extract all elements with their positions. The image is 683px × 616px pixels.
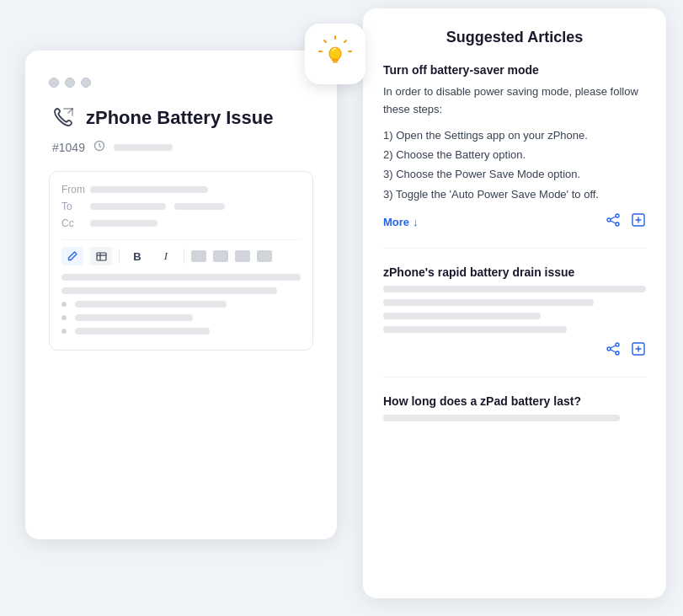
article-3-bar: [383, 415, 620, 421]
ticket-title-row: zPhone Battery Issue: [49, 104, 313, 131]
from-value-bar: [90, 186, 208, 193]
article-2: zPhone's rapid battery drain issue: [383, 265, 646, 378]
article-2-heading: zPhone's rapid battery drain issue: [383, 265, 646, 279]
cc-field: Cc: [61, 217, 301, 229]
toolbar-sq-4: [257, 250, 272, 262]
bullet-item-1: [61, 301, 301, 308]
bullet-item-3: [61, 328, 301, 335]
svg-line-10: [324, 40, 326, 42]
svg-rect-12: [332, 59, 339, 62]
article-2-actions: [606, 341, 646, 360]
email-compose[interactable]: From To Cc: [49, 171, 313, 351]
article-1: Turn off battery-saver mode In order to …: [383, 63, 646, 249]
article-2-footer: [383, 341, 646, 360]
article-1-steps: 1) Open the Settings app on your zPhone.…: [383, 126, 646, 205]
bullet-dot-3: [61, 329, 67, 334]
bullet-dot-2: [61, 315, 67, 320]
svg-line-18: [611, 221, 616, 223]
bar-4: [383, 326, 567, 333]
cc-value-bar: [90, 220, 157, 227]
svg-point-23: [607, 347, 611, 351]
bar-2: [383, 299, 594, 306]
bullet-bar-2: [75, 314, 193, 321]
svg-rect-13: [333, 62, 338, 63]
svg-point-22: [616, 343, 619, 346]
content-area: [61, 274, 301, 294]
to-field: To: [61, 201, 301, 212]
svg-line-25: [611, 345, 616, 348]
svg-point-16: [616, 222, 619, 226]
article-1-heading: Turn off battery-saver mode: [383, 63, 646, 77]
svg-line-17: [611, 217, 616, 219]
bullet-list: [61, 301, 301, 335]
ticket-card: zPhone Battery Issue #1049 From To Cc: [25, 51, 337, 539]
table-icon[interactable]: [90, 247, 112, 265]
browser-dots: [49, 78, 313, 88]
step-3: 3) Choose the Power Save Mode option.: [383, 164, 646, 184]
phone-icon: [49, 104, 76, 131]
bulb-badge: [305, 24, 366, 84]
bullet-dot-1: [61, 302, 67, 307]
more-arrow-icon: ↓: [413, 216, 419, 228]
dot-1: [49, 78, 59, 88]
article-1-actions: [606, 212, 646, 231]
bar-3: [383, 313, 541, 319]
article-3-heading: How long does a zPad battery last?: [383, 394, 646, 408]
toolbar-sq-1: [191, 250, 206, 262]
to-label: To: [61, 201, 82, 212]
to-value-bar2: [174, 203, 225, 210]
svg-point-14: [616, 214, 619, 217]
share-icon-1[interactable]: [606, 212, 621, 231]
bullet-bar-3: [75, 328, 210, 335]
ticket-meta: #1049: [49, 140, 313, 154]
toolbar: B I: [61, 239, 301, 265]
articles-panel-title: Suggested Articles: [383, 29, 646, 46]
bullet-bar-1: [75, 301, 227, 308]
article-3: How long does a zPad battery last?: [383, 394, 646, 438]
step-4: 3) Toggle the 'Auto Power Save Mode' to …: [383, 185, 646, 204]
svg-point-15: [607, 218, 611, 222]
article-1-footer: More ↓: [383, 212, 646, 231]
toolbar-separator: [119, 249, 120, 264]
svg-line-26: [611, 350, 616, 352]
svg-rect-4: [97, 253, 106, 260]
dot-2: [65, 78, 75, 88]
content-line-1: [61, 274, 301, 281]
clock-icon: [93, 140, 105, 154]
svg-line-8: [344, 40, 346, 42]
toolbar-separator-2: [184, 249, 184, 264]
cc-label: Cc: [61, 217, 82, 229]
content-line-2: [61, 287, 277, 294]
step-2: 2) Choose the Battery option.: [383, 145, 646, 164]
article-2-bars: [383, 286, 646, 333]
articles-panel: Suggested Articles Turn off battery-save…: [363, 8, 666, 598]
dot-3: [81, 78, 91, 88]
ticket-title: zPhone Battery Issue: [86, 107, 274, 129]
from-field: From: [61, 184, 301, 196]
pencil-icon[interactable]: [61, 247, 83, 265]
bar-1: [383, 286, 646, 292]
bullet-item-2: [61, 314, 301, 321]
italic-icon[interactable]: I: [155, 247, 177, 265]
from-label: From: [61, 184, 82, 196]
insert-icon-1[interactable]: [631, 212, 646, 231]
more-link[interactable]: More: [383, 216, 409, 228]
meta-bar: [114, 144, 173, 151]
step-1: 1) Open the Settings app on your zPhone.: [383, 126, 646, 145]
svg-point-24: [616, 351, 619, 355]
to-value-bar1: [90, 203, 166, 210]
bold-icon[interactable]: B: [126, 247, 148, 265]
ticket-id: #1049: [52, 141, 85, 154]
toolbar-sq-2: [213, 250, 228, 262]
article-1-body: In order to disable power saving mode, p…: [383, 83, 646, 119]
insert-icon-2[interactable]: [631, 341, 646, 360]
share-icon-2[interactable]: [606, 341, 621, 360]
toolbar-sq-3: [235, 250, 250, 262]
